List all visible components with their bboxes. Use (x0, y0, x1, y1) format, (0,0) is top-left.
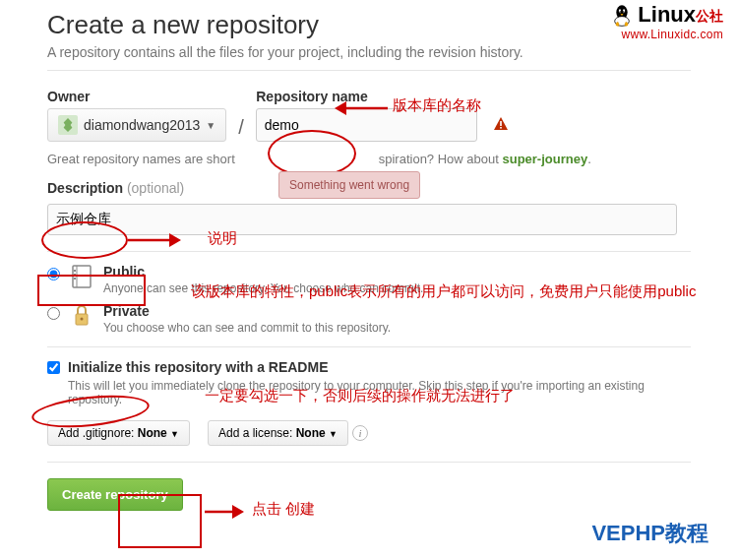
svg-point-5 (624, 11, 625, 12)
name-hint: Great repository names are short and mem… (47, 152, 691, 166)
error-tooltip: Something went wrong (278, 171, 420, 199)
private-label: Private (103, 303, 391, 319)
svg-rect-10 (74, 270, 76, 272)
create-repository-button[interactable]: Create repository (47, 478, 183, 511)
owner-avatar (58, 115, 78, 135)
divider (47, 70, 691, 71)
repo-name-label: Repository name (256, 89, 509, 104)
caret-down-icon: ▼ (170, 429, 179, 439)
divider (47, 462, 691, 463)
annotation-arrow (205, 500, 246, 524)
annotation-text: 点击 创建 (252, 500, 315, 519)
init-readme-checkbox[interactable] (47, 361, 60, 374)
init-readme-label: Initialize this repository with a README (68, 359, 691, 375)
owner-label: Owner (47, 89, 226, 104)
svg-point-14 (81, 318, 84, 321)
license-dropdown[interactable]: Add a license: None ▼ (208, 420, 348, 446)
name-suggestion[interactable]: super-journey (502, 152, 587, 166)
license-info-icon[interactable]: i (352, 425, 368, 441)
private-desc: You choose who can see and commit to thi… (103, 321, 391, 335)
svg-rect-12 (74, 278, 76, 280)
public-desc: Anyone can see this repository. You choo… (103, 281, 423, 295)
repo-private-icon (70, 303, 93, 329)
svg-rect-8 (73, 266, 91, 287)
tux-icon (609, 2, 635, 28)
linux-watermark: Linux公社 www.Linuxidc.com (609, 2, 723, 41)
error-icon (493, 116, 509, 135)
vephp-watermark: VEPHP教程 (591, 519, 708, 548)
svg-rect-11 (74, 274, 76, 276)
description-input[interactable] (47, 204, 677, 235)
caret-down-icon: ▼ (206, 120, 215, 131)
slash-separator: / (234, 112, 248, 139)
svg-rect-6 (500, 121, 502, 126)
svg-rect-7 (500, 127, 502, 129)
visibility-private-radio[interactable] (47, 307, 60, 320)
visibility-public-radio[interactable] (47, 268, 60, 280)
owner-dropdown[interactable]: diamondwang2013 ▼ (47, 108, 226, 142)
owner-username: diamondwang2013 (84, 117, 200, 133)
init-readme-desc: This will let you immediately clone the … (68, 379, 691, 406)
divider (47, 346, 691, 347)
public-label: Public (103, 264, 423, 280)
page-title: Create a new repository (47, 10, 691, 40)
svg-point-4 (620, 11, 621, 12)
divider (47, 251, 691, 252)
page-subtitle: A repository contains all the files for … (47, 44, 691, 60)
repo-public-icon (70, 264, 93, 289)
repo-name-input[interactable] (256, 108, 477, 142)
caret-down-icon: ▼ (329, 429, 338, 439)
gitignore-dropdown[interactable]: Add .gitignore: None ▼ (47, 420, 190, 446)
